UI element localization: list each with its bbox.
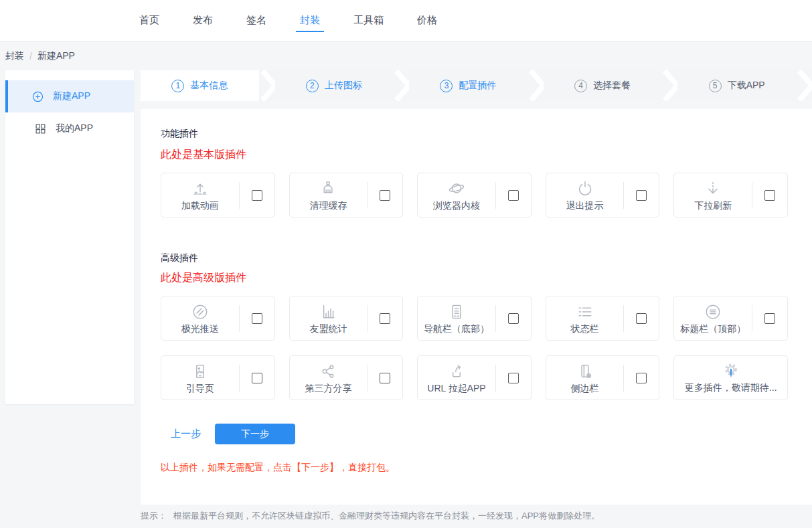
nav-item-sign[interactable]: 签名 [240, 0, 273, 41]
plugin-checkbox[interactable] [764, 313, 775, 324]
step-chevron-icon [661, 70, 677, 101]
breadcrumb: 封装 / 新建APP [0, 41, 812, 70]
step-download-app[interactable]: 5 下载APP [677, 70, 796, 101]
breadcrumb-new-app[interactable]: 新建APP [37, 50, 75, 62]
step-chevron-icon [527, 70, 544, 101]
sidebar-item-label: 我的APP [56, 122, 93, 135]
third-party-share-icon [319, 362, 337, 381]
advanced-plugins-grid: 极光推送 友盟统计 [161, 296, 788, 400]
sidebar: 新建APP 我的APP [5, 70, 134, 404]
plugin-label: 标题栏（顶部） [680, 323, 746, 335]
plugin-label: 友盟统计 [309, 323, 347, 335]
jpush-icon [191, 302, 210, 321]
url-launch-icon [447, 362, 466, 381]
footer-prefix: 提示： [141, 510, 167, 522]
package-hint-note: 以上插件，如果无需配置，点击【下一步】，直接打包。 [161, 462, 788, 474]
plugin-card-top-titlebar[interactable]: 标题栏（顶部） [673, 296, 788, 341]
basic-plugins-title: 功能插件 [161, 128, 788, 140]
step-number-badge: 2 [306, 80, 319, 92]
status-bar-icon [576, 302, 594, 321]
plugin-checkbox[interactable] [764, 190, 775, 201]
plugin-checkbox[interactable] [252, 373, 262, 383]
plugin-checkbox[interactable] [508, 373, 519, 383]
nav-item-publish[interactable]: 发布 [186, 0, 220, 41]
nav-item-home[interactable]: 首页 [133, 0, 166, 41]
plugin-label: 浏览器内核 [433, 200, 480, 212]
basic-plugins-note: 此处是基本版插件 [161, 148, 788, 162]
plugin-label: URL 拉起APP [427, 383, 485, 395]
clear-cache-icon [319, 179, 337, 198]
sidebar-item-new-app[interactable]: 新建APP [5, 80, 134, 112]
plugin-checkbox[interactable] [636, 373, 647, 383]
plugin-card-guide-page[interactable]: 引导页 [161, 355, 275, 400]
plugin-checkbox[interactable] [636, 190, 647, 201]
plugin-card-sidebar-plugin[interactable]: 侧边栏 [546, 355, 660, 400]
loading-animation-icon [191, 179, 210, 198]
plugin-label: 第三方分享 [305, 383, 351, 395]
nav-item-package[interactable]: 封装 [293, 0, 327, 41]
breadcrumb-package[interactable]: 封装 [5, 50, 24, 62]
top-titlebar-icon [704, 302, 722, 321]
step-label: 下载APP [728, 80, 765, 92]
plugin-card-browser-kernel[interactable]: 浏览器内核 [417, 173, 532, 217]
footer-disclaimer: 提示： 根据最新平台规则，不允许区块链虚拟币、金融理财类等违规内容在平台封装，一… [0, 505, 812, 522]
sidebar-plugin-icon [576, 362, 594, 381]
plugin-card-clear-cache[interactable]: 清理缓存 [289, 173, 404, 217]
step-wizard: 1 基本信息 2 上传图标 3 配置插件 4 选 [141, 70, 812, 101]
sidebar-item-my-app[interactable]: 我的APP [5, 112, 134, 145]
next-step-button[interactable]: 下一步 [215, 424, 295, 444]
wizard-actions: 上一步 下一步 [161, 424, 788, 444]
step-label: 选择套餐 [593, 80, 631, 92]
plugin-card-exit-prompt[interactable]: 退出提示 [546, 173, 660, 217]
plugin-card-umeng-stats[interactable]: 友盟统计 [289, 296, 404, 341]
plugin-card-status-bar[interactable]: 状态栏 [546, 296, 660, 341]
plugin-card-jpush[interactable]: 极光推送 [161, 296, 275, 341]
plus-circle-icon [32, 91, 44, 102]
plugin-checkbox[interactable] [380, 313, 390, 324]
basic-plugins-grid: 加载动画 清理缓存 [161, 173, 788, 217]
plugin-card-loading-animation[interactable]: 加载动画 [161, 173, 275, 217]
step-label: 配置插件 [459, 80, 496, 92]
plugin-checkbox[interactable] [508, 190, 519, 201]
plugin-card-third-party-share[interactable]: 第三方分享 [289, 355, 404, 400]
nav-item-pricing[interactable]: 价格 [410, 0, 444, 41]
sidebar-item-label: 新建APP [53, 90, 90, 102]
plugin-label: 极光推送 [181, 323, 219, 335]
plugin-card-more-plugins[interactable]: 更多插件，敬请期待... [673, 355, 788, 400]
plugin-checkbox[interactable] [252, 190, 262, 201]
plugin-checkbox[interactable] [380, 190, 390, 201]
breadcrumb-separator: / [29, 51, 32, 62]
plugin-card-pull-refresh[interactable]: 下拉刷新 [673, 173, 788, 217]
plugin-checkbox[interactable] [380, 373, 390, 383]
step-number-badge: 1 [171, 80, 184, 92]
plugin-checkbox[interactable] [636, 313, 647, 324]
step-number-badge: 5 [709, 80, 722, 92]
plugin-card-url-launch[interactable]: URL 拉起APP [417, 355, 532, 400]
umeng-stats-icon [319, 302, 337, 321]
prev-step-link[interactable]: 上一步 [171, 428, 201, 440]
plugin-checkbox[interactable] [508, 313, 519, 324]
plugin-label: 加载动画 [181, 200, 219, 212]
exit-prompt-icon [576, 179, 594, 198]
more-plugins-gear-icon [722, 361, 740, 380]
nav-item-toolbox[interactable]: 工具箱 [347, 0, 390, 41]
pull-refresh-icon [704, 179, 722, 198]
plugin-label: 导航栏（底部） [424, 323, 489, 335]
step-configure-plugins[interactable]: 3 配置插件 [409, 70, 527, 101]
grid-icon [35, 123, 46, 135]
step-choose-plan[interactable]: 4 选择套餐 [544, 70, 662, 101]
step-chevron-icon [259, 70, 275, 101]
plugin-label: 更多插件，敬请期待... [685, 382, 777, 394]
plugin-label: 清理缓存 [309, 200, 347, 212]
plugin-config-panel: 功能插件 此处是基本版插件 加载动画 [141, 109, 812, 505]
browser-kernel-icon [447, 179, 466, 198]
footer-text: 根据最新平台规则，不允许区块链虚拟币、金融理财类等违规内容在平台封装，一经发现，… [173, 510, 600, 522]
step-basic-info[interactable]: 1 基本信息 [141, 70, 259, 101]
step-number-badge: 3 [440, 80, 453, 92]
plugin-label: 引导页 [186, 383, 214, 395]
step-label: 上传图标 [325, 80, 362, 92]
plugin-card-bottom-navbar[interactable]: 导航栏（底部） [417, 296, 532, 341]
bottom-navbar-icon [447, 302, 466, 321]
step-upload-icon[interactable]: 2 上传图标 [275, 70, 394, 101]
plugin-checkbox[interactable] [252, 313, 262, 324]
